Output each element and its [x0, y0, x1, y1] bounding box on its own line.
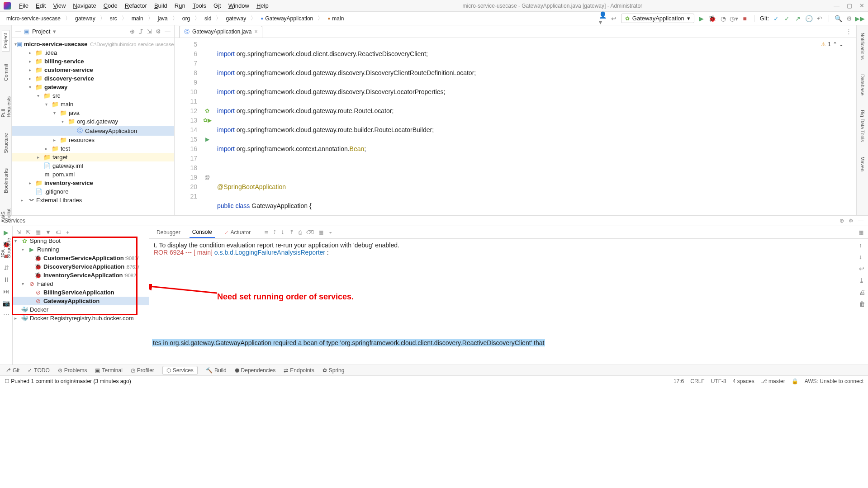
services-tree[interactable]: ▾✿Spring Boot ▾▶Running 🐞CustomerService…	[13, 237, 149, 322]
line-separator[interactable]: CRLF	[690, 378, 704, 384]
bt-services[interactable]: ⬡ Services	[162, 366, 198, 375]
user-icon[interactable]: 👤▾	[599, 15, 607, 22]
tree-node[interactable]: ▸📁inventory-service	[12, 179, 174, 187]
bt-spring[interactable]: ✿ Spring	[323, 367, 345, 374]
tree-node[interactable]: ▸📁resources	[12, 136, 174, 144]
crumb[interactable]: org	[180, 14, 192, 23]
failed-group[interactable]: Failed	[37, 280, 53, 287]
crumb[interactable]: sid	[203, 14, 213, 23]
tab-actuator[interactable]: ⟋ Actuator	[221, 227, 253, 237]
tree-node[interactable]: ▾📁java	[12, 109, 174, 117]
add-icon[interactable]: +	[66, 229, 70, 236]
bt-terminal[interactable]: ▣ Terminal	[95, 367, 122, 374]
tool-tab-bookmarks[interactable]: Bookmarks	[2, 165, 10, 196]
tree-node[interactable]: ▸📁.idea	[12, 48, 174, 57]
tab-console[interactable]: Console	[190, 227, 215, 238]
print-icon[interactable]: ⎙	[299, 229, 302, 236]
minimize-icon[interactable]: —	[834, 2, 840, 9]
crumb[interactable]: src	[108, 14, 119, 23]
tool-tab-pull-requests[interactable]: Pull Requests	[0, 93, 13, 120]
print-console-icon[interactable]: 🖨	[859, 289, 865, 296]
scroll-lock-icon[interactable]: ⤓	[859, 277, 865, 284]
tree-node[interactable]: ▾📁org.sid.gateway	[12, 117, 174, 126]
menu-tools[interactable]: Tools	[190, 1, 209, 10]
git-branch[interactable]: ⎇ master	[761, 378, 785, 384]
menu-edit[interactable]: Edit	[33, 1, 48, 10]
hide-icon[interactable]: —	[165, 28, 171, 35]
menu-git[interactable]: Git	[211, 1, 224, 10]
stop-icon[interactable]: ■	[741, 15, 749, 22]
gear-icon[interactable]: ⚙	[156, 28, 161, 35]
gear-icon[interactable]: ⚙	[849, 218, 854, 224]
expand-all-icon[interactable]: ⇲	[16, 229, 21, 236]
tree-node[interactable]: ▸⫘External Libraries	[12, 196, 174, 204]
tree-node[interactable]: ⒸGatewayApplication	[12, 126, 174, 136]
hide-icon[interactable]: —	[858, 218, 863, 224]
encoding[interactable]: UTF-8	[711, 378, 726, 384]
service-failed-item[interactable]: ⊘GatewayApplication	[13, 297, 149, 305]
indent[interactable]: 4 spaces	[733, 378, 754, 384]
bt-profiler[interactable]: ◷ Profiler	[131, 367, 154, 374]
bt-problems[interactable]: ⊘ Problems	[58, 367, 87, 374]
back-icon[interactable]: ↩	[610, 15, 617, 22]
aws-status[interactable]: AWS: Unable to connect	[805, 378, 863, 384]
tag-icon[interactable]: 🏷	[56, 229, 62, 236]
service-running-item[interactable]: 🐞DiscoveryServiceApplication :8761/	[13, 262, 149, 271]
tree-node[interactable]: ▾📁gateway	[12, 83, 174, 91]
search-icon[interactable]: 🔍	[835, 15, 842, 22]
bt-dependencies[interactable]: ⬣ Dependencies	[235, 367, 276, 374]
service-running-item[interactable]: 🐞InventoryServiceApplication :9082/	[13, 271, 149, 280]
debug-icon[interactable]: 🐞	[709, 15, 716, 22]
trash-icon[interactable]: 🗑	[859, 300, 865, 308]
pause-icon[interactable]: ⏸	[3, 276, 10, 283]
crumb[interactable]: java	[156, 14, 170, 23]
git-rollback-icon[interactable]: ↶	[816, 15, 823, 22]
menu-help[interactable]: Help	[254, 1, 271, 10]
tree-root[interactable]: ▾▣ micro-service-usecase C:\Dovy\github\…	[12, 40, 174, 48]
service-failed-item[interactable]: ⊘BillingServiceApplication	[13, 288, 149, 297]
lock-icon[interactable]: 🔒	[792, 378, 798, 384]
soft-wrap-icon[interactable]: ≣	[264, 229, 269, 236]
scroll-up-icon[interactable]: ↑	[859, 242, 865, 249]
tree-node[interactable]: 📄gateway.iml	[12, 161, 174, 170]
close-icon[interactable]: ✕	[859, 2, 864, 9]
collapse-all-icon[interactable]: ⇱	[26, 229, 31, 236]
next-highlight-icon[interactable]: ⌄	[839, 40, 844, 49]
run-icon[interactable]: ▶	[698, 15, 705, 22]
editor-inspections[interactable]: ⚠ 1 ⌃ ⌄	[821, 40, 844, 49]
editor-more-icon[interactable]: ⋮	[846, 28, 856, 35]
step-icon[interactable]: ⏭	[3, 288, 10, 295]
scroll-end-icon[interactable]: ⤴	[273, 229, 276, 236]
docker-registry-node[interactable]: Docker Registry	[30, 315, 71, 322]
tree-node[interactable]: mpom.xml	[12, 170, 174, 179]
clear-icon[interactable]: ⌫	[306, 229, 314, 236]
git-commit-icon[interactable]: ✓	[783, 15, 791, 22]
close-tab-icon[interactable]: ×	[254, 28, 257, 35]
scroll-down-icon[interactable]: ↓	[859, 253, 865, 261]
crumb-method[interactable]: main	[326, 14, 346, 23]
menu-build[interactable]: Build	[152, 1, 170, 10]
prev-highlight-icon[interactable]: ⌃	[833, 40, 837, 49]
maximize-icon[interactable]: ▢	[847, 2, 852, 9]
profile-icon[interactable]: ◷▾	[730, 15, 738, 22]
tree-node[interactable]: 📄.gitignore	[12, 187, 174, 196]
running-group[interactable]: Running	[37, 246, 59, 253]
settings-icon[interactable]: ⚙	[845, 15, 853, 22]
menu-view[interactable]: View	[50, 1, 68, 10]
tree-node[interactable]: ▸📁test	[12, 144, 174, 153]
menu-window[interactable]: Window	[226, 1, 252, 10]
soft-wrap-console-icon[interactable]: ↩	[859, 265, 865, 272]
tool-tab-database[interactable]: Database	[859, 71, 866, 98]
crumb[interactable]: micro-service-usecase	[5, 14, 62, 23]
bt-endpoints[interactable]: ⇄ Endpoints	[284, 367, 314, 374]
service-running-item[interactable]: 🐞CustomerServiceApplication :9081/	[13, 254, 149, 262]
filter-tree-icon[interactable]: ▼	[45, 229, 51, 236]
console-output[interactable]: ↑ ↓ ↩ ⤓ 🖨 🗑 t. To display the condition …	[149, 239, 868, 365]
tree-node[interactable]: ▾📁main	[12, 100, 174, 109]
tool-tab-notifications[interactable]: Notifications	[859, 30, 866, 62]
crumb[interactable]: gateway	[224, 14, 248, 23]
editor-tab[interactable]: Ⓒ GatewayApplication.java ×	[179, 26, 262, 38]
chevron-down-icon[interactable]: ▾	[53, 28, 56, 35]
locate-icon[interactable]: ⊕	[130, 28, 135, 35]
tab-debugger[interactable]: Debugger	[154, 227, 183, 237]
